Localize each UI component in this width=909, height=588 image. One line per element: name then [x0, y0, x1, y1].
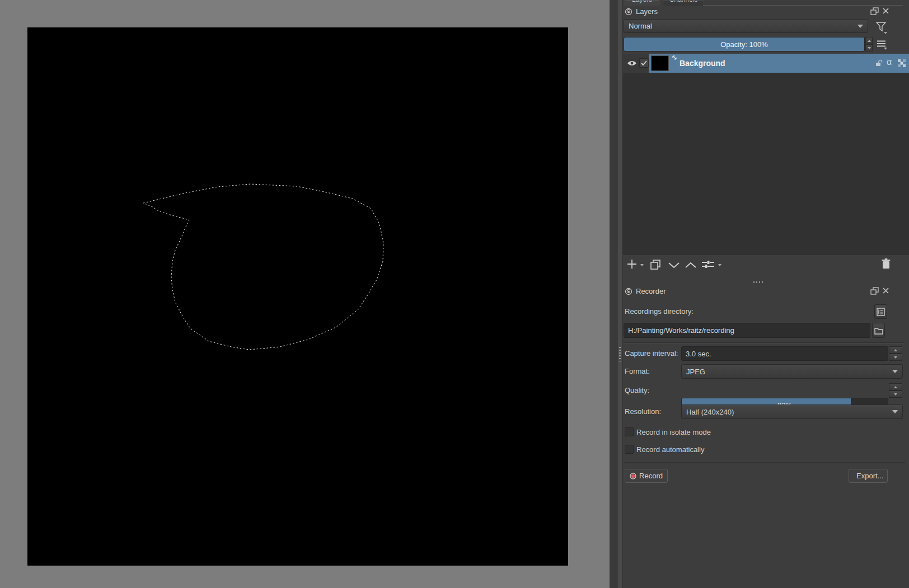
- panel-separator: [610, 0, 618, 588]
- spin-down-icon: [894, 356, 897, 359]
- selection-marching-ants: [143, 184, 383, 350]
- recorder-docker-float-icon[interactable]: [870, 287, 879, 295]
- layer-name: Background: [680, 54, 725, 73]
- add-layer-menu-icon[interactable]: [640, 264, 644, 266]
- layer-filter-icon[interactable]: [875, 21, 888, 34]
- spin-down-icon: [894, 393, 897, 396]
- resolution-label: Resolution:: [625, 407, 661, 416]
- quality-label: Quality:: [625, 386, 649, 394]
- record-button[interactable]: Record: [625, 469, 668, 483]
- recordings-directory-input[interactable]: H:/Painting/Works/raitz/recording: [624, 323, 870, 338]
- recordings-directory-label: Recordings directory:: [625, 307, 694, 316]
- tabbar-line: [703, 5, 903, 6]
- recorder-docker-close-icon[interactable]: [882, 287, 889, 294]
- opacity-slider-label: Opacity: 100%: [624, 37, 864, 51]
- layer-properties-menu-icon[interactable]: [718, 264, 721, 266]
- move-layer-down-button[interactable]: [668, 262, 680, 269]
- blend-mode-dropdown[interactable]: Normal: [624, 19, 868, 33]
- recorder-docker-title: Recorder: [636, 287, 666, 295]
- layer-thumbnail-arrow-icon: [672, 55, 678, 61]
- add-layer-button[interactable]: [626, 258, 638, 270]
- quality-spinner[interactable]: [889, 383, 902, 398]
- record-isolate-checkbox[interactable]: [625, 427, 634, 436]
- spin-up-icon: [894, 386, 897, 388]
- layers-docker-lock-icon[interactable]: [625, 8, 632, 16]
- format-dropdown[interactable]: JPEG: [681, 364, 903, 379]
- layer-inherit-alpha-icon[interactable]: [898, 59, 906, 67]
- layers-docker-title: Layers: [636, 7, 658, 16]
- chevron-down-icon: [892, 370, 898, 373]
- tab-channels[interactable]: Channels: [663, 0, 704, 6]
- capture-interval-label: Capture interval:: [625, 349, 678, 357]
- recorder-divider-2: [624, 462, 905, 463]
- layers-docker-close-icon[interactable]: [882, 7, 889, 15]
- browse-directory-button[interactable]: [872, 323, 885, 338]
- chevron-down-icon: [892, 410, 898, 413]
- spin-up-icon: [894, 349, 897, 351]
- record-automatically-checkbox[interactable]: [625, 445, 634, 454]
- format-label: Format:: [625, 367, 650, 375]
- record-automatically-label[interactable]: Record automatically: [636, 445, 704, 454]
- layer-row[interactable]: Background α: [623, 54, 909, 73]
- resolution-dropdown[interactable]: Half (240x240): [681, 404, 903, 419]
- tab-layers[interactable]: Layers: [625, 0, 659, 6]
- capture-interval-spinner[interactable]: [889, 346, 902, 361]
- spin-down-icon: [868, 47, 871, 49]
- recorder-docker-lock-icon[interactable]: [625, 288, 632, 295]
- capture-interval-drag-handle[interactable]: [619, 347, 621, 361]
- layer-alpha-lock-icon[interactable]: α: [887, 57, 892, 67]
- selection-overlay: [27, 27, 568, 566]
- duplicate-layer-button[interactable]: [650, 259, 661, 270]
- delete-layer-button[interactable]: [881, 258, 891, 270]
- layer-list-area[interactable]: [623, 73, 909, 255]
- layer-checkbox[interactable]: [639, 58, 649, 68]
- move-layer-up-button[interactable]: [685, 262, 697, 269]
- opacity-spinner[interactable]: [865, 37, 873, 51]
- record-icon: [630, 472, 636, 481]
- chevron-down-icon: [884, 32, 887, 34]
- docker-splitter-handle[interactable]: [753, 281, 765, 283]
- panel-resize-handle[interactable]: [618, 0, 622, 588]
- record-isolate-label[interactable]: Record in isolate mode: [636, 428, 711, 436]
- spin-up-icon: [868, 40, 871, 42]
- canvas-viewport[interactable]: [0, 0, 610, 588]
- layer-visibility-eye-icon[interactable]: [627, 59, 637, 67]
- application-window: Layers Channels Layers Normal Opacit: [0, 0, 909, 588]
- layers-docker-float-icon[interactable]: [870, 7, 879, 15]
- docker-panel: Layers Channels Layers Normal Opacit: [622, 0, 909, 588]
- canvas[interactable]: [27, 27, 568, 566]
- layer-properties-button[interactable]: [701, 260, 715, 269]
- layers-menu-icon[interactable]: [877, 40, 886, 48]
- recorder-divider: [624, 342, 905, 343]
- chevron-down-icon: [884, 48, 887, 50]
- layer-thumbnail[interactable]: [651, 55, 669, 71]
- layer-lock-icon[interactable]: [875, 59, 883, 67]
- recorder-profile-button[interactable]: [874, 304, 887, 319]
- capture-interval-input[interactable]: 3.0 sec.: [681, 346, 888, 361]
- chevron-down-icon: [858, 25, 863, 28]
- export-button[interactable]: Export...: [849, 469, 888, 483]
- opacity-slider[interactable]: Opacity: 100%: [624, 37, 865, 51]
